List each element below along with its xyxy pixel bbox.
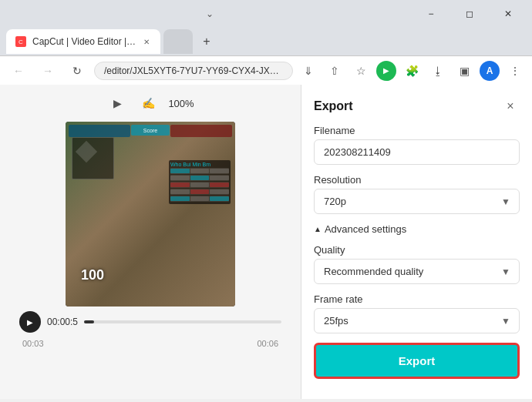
extensions-icon[interactable]: 🧩 xyxy=(401,60,423,82)
minimize-button[interactable]: − xyxy=(413,2,449,26)
filename-input[interactable] xyxy=(314,139,520,165)
play-tool-button[interactable]: ▶ xyxy=(106,92,128,114)
tab-capcut[interactable]: C CapCut | Video Editor | All-In-On... ✕ xyxy=(6,29,160,54)
hud-scoreboard: Who Bui Min Bm xyxy=(169,160,231,204)
playback-bar: ▶ 00:00:5 xyxy=(19,307,281,337)
hud-cell xyxy=(170,169,190,173)
play-button[interactable]: ▶ xyxy=(19,311,41,333)
title-area: ⌄ xyxy=(6,8,413,19)
hud-row-4 xyxy=(170,189,229,195)
new-tab-button[interactable]: + xyxy=(196,31,217,52)
panel-header: Export × xyxy=(314,97,520,116)
timeline-progress xyxy=(84,320,94,323)
capcut-favicon: C xyxy=(15,36,26,47)
address-bar: ← → ↻ /editor/JXL5XYT6-7YU7-YY69-CYX4-JX… xyxy=(0,55,532,85)
hud-cell xyxy=(210,189,229,194)
resolution-select-wrapper: 720p 1080p 480p 360p ▼ xyxy=(314,189,520,214)
video-thumbnail: Score Who Bui Min Bm xyxy=(66,122,235,307)
editor-toolbar: ▶ ✍ 100% xyxy=(8,92,293,114)
filename-field-group: Filename xyxy=(314,125,520,165)
hud-cell xyxy=(210,176,229,180)
maximize-button[interactable]: ◻ xyxy=(452,2,487,26)
export-panel: Export × Filename Resolution 720p 1080p … xyxy=(301,85,532,399)
close-button[interactable]: ✕ xyxy=(490,2,526,26)
download-icon[interactable]: ⭳ xyxy=(427,60,449,82)
advanced-settings-toggle[interactable]: ▲ Advanced settings xyxy=(314,223,520,235)
title-bar: ⌄ − ◻ ✕ xyxy=(0,0,532,28)
framerate-label: Frame rate xyxy=(314,293,520,305)
hud-cell xyxy=(190,169,210,173)
export-button[interactable]: Export xyxy=(314,343,520,379)
hud-cell xyxy=(210,196,229,201)
forward-button[interactable]: → xyxy=(35,59,60,83)
timeline-track[interactable] xyxy=(84,320,281,323)
quality-label: Quality xyxy=(314,244,520,256)
hud-cell xyxy=(170,196,190,201)
hud-score: Score xyxy=(131,125,170,136)
address-input[interactable]: /editor/JXL5XYT6-7YU7-YY69-CYX4-JXP3Q4EL… xyxy=(94,62,293,80)
video-section: ▶ ✍ 100% Score xyxy=(0,85,301,399)
hud-row-3 xyxy=(170,182,229,188)
hud-team-right xyxy=(170,125,232,137)
hud-cell xyxy=(190,183,210,187)
timeline-marks: 00:03 00:06 xyxy=(19,339,281,348)
zoom-level-label: 100% xyxy=(168,98,194,109)
close-panel-button[interactable]: × xyxy=(501,97,520,116)
hud-cell xyxy=(190,189,210,194)
hud-cell xyxy=(190,176,210,180)
profile-button[interactable]: A xyxy=(480,61,500,81)
tab-new[interactable] xyxy=(163,29,193,54)
advanced-settings-label: Advanced settings xyxy=(325,223,406,235)
hud-cell xyxy=(190,196,210,201)
resolution-select[interactable]: 720p 1080p 480p 360p xyxy=(314,189,520,214)
tab-close-button[interactable]: ✕ xyxy=(142,35,151,48)
panel-title: Export xyxy=(314,99,353,113)
timeline-mark-1: 00:03 xyxy=(22,339,44,348)
minimap xyxy=(72,137,114,179)
resolution-label: Resolution xyxy=(314,174,520,186)
video-counter: 100 xyxy=(81,267,104,283)
editor-area: ▶ ✍ 100% Score xyxy=(0,85,532,399)
quality-field-group: Quality Recommended quality High quality… xyxy=(314,244,520,284)
framerate-field-group: Frame rate 25fps 30fps 60fps 24fps ▼ xyxy=(314,293,520,333)
hud-team-left xyxy=(69,125,130,137)
tab-label: CapCut | Video Editor | All-In-On... xyxy=(32,36,136,47)
advanced-chevron-icon: ▲ xyxy=(314,225,322,233)
quality-select[interactable]: Recommended quality High quality Standar… xyxy=(314,259,520,284)
back-button[interactable]: ← xyxy=(6,59,31,83)
refresh-button[interactable]: ↻ xyxy=(65,59,89,83)
hand-tool-button[interactable]: ✍ xyxy=(137,92,159,114)
tab-bar: C CapCut | Video Editor | All-In-On... ✕… xyxy=(0,28,532,55)
hud-cell xyxy=(210,183,229,187)
collapse-icon[interactable]: ⌄ xyxy=(206,8,214,19)
filename-label: Filename xyxy=(314,125,520,136)
hud-cell xyxy=(210,169,229,173)
play-media-icon[interactable]: ▶ xyxy=(376,61,396,81)
star-icon[interactable]: ☆ xyxy=(350,60,372,82)
hud-row-2 xyxy=(170,175,229,181)
timeline-mark-2: 00:06 xyxy=(257,339,278,348)
share-icon[interactable]: ⇧ xyxy=(324,60,345,82)
hud-row-1 xyxy=(170,168,229,174)
framerate-select-wrapper: 25fps 30fps 60fps 24fps ▼ xyxy=(314,308,520,333)
sidebar-icon[interactable]: ▣ xyxy=(453,60,475,82)
download-page-icon[interactable]: ⇓ xyxy=(298,60,319,82)
quality-select-wrapper: Recommended quality High quality Standar… xyxy=(314,259,520,284)
new-tab-favicon xyxy=(173,36,184,47)
hud-row-5 xyxy=(170,196,229,202)
window-controls-right[interactable]: − ◻ ✕ xyxy=(413,2,526,26)
hud-cell xyxy=(170,176,190,180)
address-bar-icons: ⇓ ⇧ ☆ ▶ 🧩 ⭳ ▣ A ⋮ xyxy=(298,60,526,82)
game-overlay: Score Who Bui Min Bm xyxy=(66,122,235,307)
resolution-field-group: Resolution 720p 1080p 480p 360p ▼ xyxy=(314,174,520,214)
hud-cell xyxy=(170,183,190,187)
menu-button[interactable]: ⋮ xyxy=(504,60,526,82)
time-display: 00:00:5 xyxy=(47,317,78,327)
framerate-select[interactable]: 25fps 30fps 60fps 24fps xyxy=(314,308,520,333)
hud-cell xyxy=(170,189,190,194)
video-preview: Score Who Bui Min Bm xyxy=(66,122,235,307)
